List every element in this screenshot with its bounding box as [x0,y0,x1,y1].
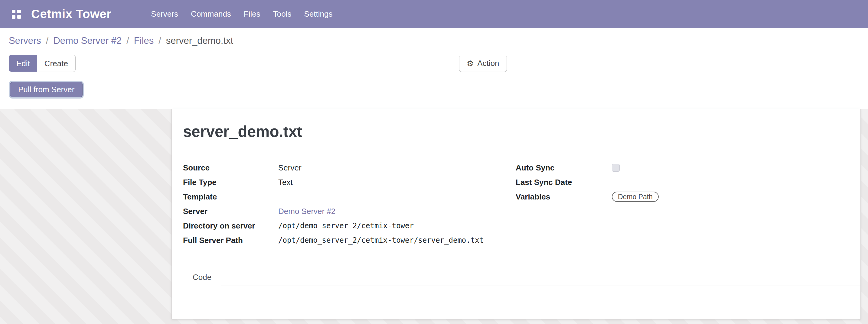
tab-code[interactable]: Code [183,269,221,286]
field-row-template: Template [183,190,516,204]
breadcrumb-separator: / [158,35,161,46]
menu-files[interactable]: Files [238,0,267,28]
menu-tools[interactable]: Tools [267,0,298,28]
menu-commands[interactable]: Commands [185,0,238,28]
action-menu-button[interactable]: ⚙ Action [459,55,507,72]
action-label: Action [477,59,499,68]
code-tab-content [183,286,861,319]
auto-sync-checkbox[interactable] [612,164,620,172]
field-label-file-type: File Type [183,178,278,187]
breadcrumb-demo-server[interactable]: Demo Server #2 [53,35,122,46]
field-label-server: Server [183,207,278,216]
field-label-directory: Directory on server [183,221,278,230]
apps-menu-button[interactable] [9,7,24,22]
top-navbar: Cetmix Tower Servers Commands Files Tool… [0,0,868,28]
group-divider [607,163,607,202]
notebook-tabs: Code [183,269,861,286]
pull-from-server-button[interactable]: Pull from Server [10,82,83,97]
field-row-auto-sync: Auto Sync [516,161,800,175]
app-window: Cetmix Tower Servers Commands Files Tool… [0,0,868,324]
field-value-server-link[interactable]: Demo Server #2 [278,207,335,216]
field-label-variables: Variables [516,192,612,201]
field-row-directory: Directory on server /opt/demo_server_2/c… [183,219,516,233]
edit-button[interactable]: Edit [9,55,37,72]
field-group-left: Source Server File Type Text Template Se… [183,161,516,248]
variable-tag-demo-path: Demo Path [612,192,659,202]
gear-icon: ⚙ [467,60,474,67]
field-value-source: Server [278,163,302,172]
field-row-file-type: File Type Text [183,175,516,190]
control-panel: Servers / Demo Server #2 / Files / serve… [0,28,868,101]
field-value-full-path: /opt/demo_server_2/cetmix-tower/server_d… [278,236,484,245]
form-header-buttons: Pull from Server [9,82,859,97]
breadcrumb-separator: / [46,35,49,46]
field-value-directory: /opt/demo_server_2/cetmix-tower [278,221,414,230]
edit-create-button-group: Edit Create [9,55,75,72]
notebook: Code [183,269,861,319]
create-button[interactable]: Create [37,55,75,72]
form-sheet: server_demo.txt Source Server File Type … [172,109,861,320]
breadcrumb-current: server_demo.txt [166,35,233,46]
field-row-source: Source Server [183,161,516,175]
breadcrumb-files[interactable]: Files [134,35,154,46]
record-title: server_demo.txt [183,123,849,140]
field-label-auto-sync: Auto Sync [516,163,612,172]
menu-servers[interactable]: Servers [145,0,185,28]
field-label-source: Source [183,163,278,172]
field-value-file-type: Text [278,178,293,187]
field-row-full-path: Full Server Path /opt/demo_server_2/cetm… [183,233,516,248]
field-label-template: Template [183,192,278,201]
field-row-server: Server Demo Server #2 [183,204,516,219]
field-groups: Source Server File Type Text Template Se… [183,161,849,248]
content-area: server_demo.txt Source Server File Type … [0,109,868,324]
control-panel-buttons: Edit Create ⚙ Action [9,55,859,72]
field-row-variables: Variables Demo Path [516,190,800,204]
apps-grid-icon [12,10,21,19]
breadcrumb-separator: / [126,35,129,46]
main-menu: Servers Commands Files Tools Settings [145,0,339,28]
breadcrumb: Servers / Demo Server #2 / Files / serve… [9,28,859,46]
breadcrumb-servers[interactable]: Servers [9,35,41,46]
menu-settings[interactable]: Settings [298,0,339,28]
app-brand[interactable]: Cetmix Tower [31,7,111,21]
field-row-last-sync-date: Last Sync Date [516,175,800,190]
field-group-right: Auto Sync Last Sync Date Variables Demo … [516,161,800,248]
field-label-last-sync-date: Last Sync Date [516,178,612,187]
field-label-full-path: Full Server Path [183,236,278,245]
